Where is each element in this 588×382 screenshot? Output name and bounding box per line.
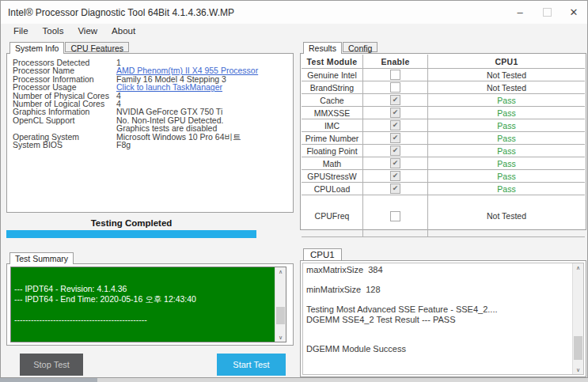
system-info-content: Processors Detected1Processor NameAMD Ph… bbox=[6, 53, 294, 213]
checkbox-checked-icon[interactable]: ✔ bbox=[390, 158, 400, 168]
summary-lines: --- IPDT64 - Revision: 4.1.4.36 --- IPDT… bbox=[14, 284, 271, 325]
minimize-button[interactable]: – bbox=[506, 1, 533, 24]
checkbox-checked-icon[interactable]: ✔ bbox=[390, 183, 400, 194]
table-row: Genuine IntelNot Tested bbox=[302, 69, 585, 81]
cpu-output-tabs: CPU1 bbox=[300, 248, 586, 259]
tab-cpu1[interactable]: CPU1 bbox=[303, 248, 342, 260]
status-cell: Pass bbox=[428, 119, 585, 131]
tab-results[interactable]: Results bbox=[303, 42, 342, 54]
system-info-tabs: System Info CPU Features bbox=[6, 42, 294, 53]
table-row: GPUStressW✔Pass bbox=[302, 170, 585, 183]
info-value: 4 bbox=[116, 92, 293, 100]
summary-text-area: --- IPDT64 - Revision: 4.1.4.36 --- IPDT… bbox=[11, 267, 275, 342]
checkbox-checked-icon[interactable]: ✔ bbox=[390, 95, 400, 105]
module-name-cell: MMXSSE bbox=[302, 107, 363, 119]
table-row: IMC✔Pass bbox=[302, 119, 585, 132]
scroll-up-icon[interactable]: ∧ bbox=[275, 267, 286, 276]
checkbox-checked-icon[interactable]: ✔ bbox=[390, 120, 400, 130]
test-summary-log: --- IPDT64 - Revision: 4.1.4.36 --- IPDT… bbox=[10, 267, 286, 342]
maximize-button bbox=[533, 1, 560, 24]
cpu-output-lines: maxMatrixSize 384 minMatrixSize 128 Test… bbox=[303, 263, 572, 374]
cpu-output-content: maxMatrixSize 384 minMatrixSize 128 Test… bbox=[300, 260, 586, 377]
table-row: Cache✔Pass bbox=[302, 94, 585, 107]
system-info-row: OpenCL SupportNo. Non-Intel GPU Detected… bbox=[7, 116, 293, 133]
enable-cell bbox=[363, 195, 428, 236]
menu-view[interactable]: View bbox=[70, 25, 104, 37]
info-label: OpenCL Support bbox=[7, 116, 116, 133]
enable-cell: ✔ bbox=[363, 107, 428, 119]
header-enable: Enable bbox=[363, 55, 428, 68]
table-row: BrandStringNot Tested bbox=[302, 81, 585, 94]
results-panel: Results Config Test Module Enable CPU1 G… bbox=[300, 42, 586, 230]
title-bar: Intel® Processor Diagnostic Tool 64Bit 4… bbox=[1, 1, 587, 24]
stop-test-button[interactable]: Stop Test bbox=[20, 354, 83, 376]
status-cell: Not Tested bbox=[428, 81, 585, 93]
enable-cell bbox=[363, 69, 428, 81]
enable-cell: ✔ bbox=[363, 119, 428, 131]
module-name-cell: Cache bbox=[302, 94, 363, 106]
checkbox-unchecked-icon[interactable] bbox=[390, 211, 400, 221]
system-info-panel: System Info CPU Features Processors Dete… bbox=[6, 42, 294, 213]
cpu-scroll-thumb[interactable] bbox=[574, 336, 582, 360]
status-cell: Not Tested bbox=[428, 195, 585, 236]
start-test-button[interactable]: Start Test bbox=[217, 354, 286, 376]
checkbox-unchecked-icon[interactable] bbox=[390, 82, 400, 93]
status-cell: Pass bbox=[428, 170, 585, 182]
enable-cell: ✔ bbox=[363, 170, 428, 182]
module-name-cell: CPUFreq bbox=[302, 195, 363, 236]
system-info-row: System BIOSF8g bbox=[7, 141, 293, 149]
checkbox-unchecked-icon[interactable] bbox=[390, 70, 400, 80]
status-cell: Pass bbox=[428, 145, 585, 157]
menu-file[interactable]: File bbox=[6, 25, 36, 37]
checkbox-checked-icon[interactable]: ✔ bbox=[390, 108, 400, 118]
info-label: System BIOS bbox=[7, 141, 116, 149]
tab-config[interactable]: Config bbox=[343, 42, 377, 52]
module-name-cell: Floating Point bbox=[302, 145, 363, 157]
info-value: F8g bbox=[116, 141, 293, 149]
enable-cell: ✔ bbox=[363, 132, 428, 144]
test-summary-content: --- IPDT64 - Revision: 4.1.4.36 --- IPDT… bbox=[6, 263, 294, 346]
header-cpu1: CPU1 bbox=[428, 55, 585, 68]
menu-about[interactable]: About bbox=[104, 25, 142, 37]
scroll-up-icon[interactable]: ∧ bbox=[573, 263, 583, 272]
window-title: Intel® Processor Diagnostic Tool 64Bit 4… bbox=[8, 7, 234, 18]
summary-scrollbar[interactable]: ∧ ∨ bbox=[275, 267, 286, 342]
table-row: Math✔Pass bbox=[302, 157, 585, 170]
status-cell: Pass bbox=[428, 183, 585, 195]
tab-test-summary[interactable]: Test Summary bbox=[9, 252, 74, 264]
menu-tools[interactable]: Tools bbox=[36, 25, 71, 37]
table-row: Prime Number✔Pass bbox=[302, 132, 585, 145]
module-name-cell: IMC bbox=[302, 119, 363, 131]
checkbox-checked-icon[interactable]: ✔ bbox=[390, 146, 400, 156]
close-button[interactable]: ✕ bbox=[560, 1, 587, 24]
window-controls: – ✕ bbox=[506, 1, 587, 24]
tab-system-info[interactable]: System Info bbox=[9, 42, 64, 54]
module-name-cell: Genuine Intel bbox=[302, 69, 363, 81]
table-row: CPULoad✔Pass bbox=[302, 183, 585, 195]
tab-cpu-features[interactable]: CPU Features bbox=[65, 42, 129, 52]
module-name-cell: Math bbox=[302, 157, 363, 169]
checkbox-checked-icon[interactable]: ✔ bbox=[390, 133, 400, 143]
enable-cell: ✔ bbox=[363, 157, 428, 169]
info-value: Microsoft Windows 10 Pro 64비트 bbox=[116, 133, 293, 141]
info-value: No. Non-Intel GPU Detected. Graphics tes… bbox=[116, 116, 293, 133]
enable-cell: ✔ bbox=[363, 94, 428, 106]
table-row: Floating Point✔Pass bbox=[302, 145, 585, 157]
enable-cell: ✔ bbox=[363, 145, 428, 157]
cpu-output-log: maxMatrixSize 384 minMatrixSize 128 Test… bbox=[302, 263, 584, 375]
checkbox-checked-icon[interactable]: ✔ bbox=[390, 171, 400, 181]
progress-status-label: Testing Completed bbox=[6, 218, 256, 228]
enable-cell bbox=[363, 81, 428, 93]
info-value-link[interactable]: Click to launch TaskManager bbox=[116, 83, 293, 91]
table-header-row: Test Module Enable CPU1 bbox=[302, 55, 585, 69]
status-cell: Pass bbox=[428, 94, 585, 106]
progress-bar bbox=[6, 230, 256, 238]
scroll-down-icon[interactable]: ∨ bbox=[275, 333, 286, 342]
summary-scroll-thumb[interactable] bbox=[276, 307, 285, 324]
cpu-scrollbar[interactable]: ∧ ∨ bbox=[572, 263, 583, 374]
scroll-down-icon[interactable]: ∨ bbox=[573, 365, 583, 374]
taskbar-fragment bbox=[0, 378, 97, 382]
enable-cell: ✔ bbox=[363, 183, 428, 195]
desktop-strip bbox=[0, 378, 588, 382]
menu-bar: FileToolsViewAbout bbox=[1, 24, 587, 38]
